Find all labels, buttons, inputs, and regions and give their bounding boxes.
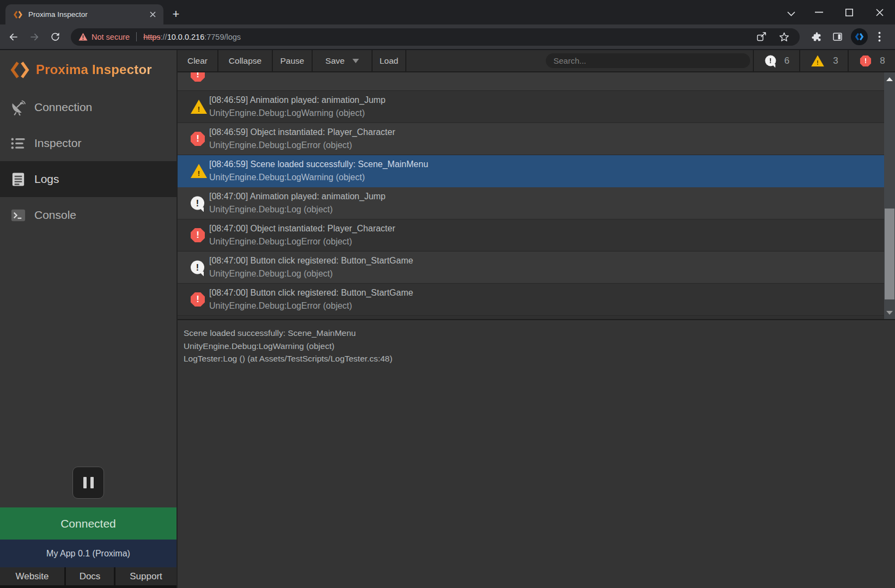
logs-panel: Clear Collapse Pause Save Load 6 3 <box>176 50 895 588</box>
tab-title: Proxima Inspector <box>28 10 147 19</box>
error-filter-badge[interactable]: 8 <box>848 50 895 71</box>
info-count: 6 <box>784 56 789 66</box>
search-input[interactable] <box>546 53 750 68</box>
log-trace: UnityEngine.Debug:LogWarning (object) <box>209 171 884 183</box>
url-divider <box>136 32 137 41</box>
sidebar-item-connection[interactable]: Connection <box>0 89 176 125</box>
page-content: Proxima Inspector Connection <box>0 50 895 588</box>
log-message: [08:47:00] Button click registered: Butt… <box>209 254 884 267</box>
url-port-path: :7759/logs <box>204 33 241 41</box>
log-trace: UnityEngine.Debug:LogError (object) <box>209 235 884 248</box>
minimize-icon[interactable] <box>803 0 834 24</box>
close-icon[interactable] <box>864 0 895 24</box>
favicon-proxima-icon <box>13 10 23 20</box>
warning-filter-badge[interactable]: 3 <box>799 50 848 71</box>
detail-line: UnityEngine.Debug:LogWarning (object) <box>184 340 887 353</box>
bookmark-star-icon[interactable] <box>776 29 792 45</box>
warning-count: 3 <box>833 56 838 66</box>
clear-button[interactable]: Clear <box>178 50 218 71</box>
detail-line: Scene loaded successfully: Scene_MainMen… <box>184 327 887 340</box>
chevron-down-icon[interactable] <box>352 59 359 63</box>
error-icon <box>860 55 872 66</box>
load-button[interactable]: Load <box>373 50 406 71</box>
reload-icon[interactable] <box>46 28 64 46</box>
app-title: Proxima Inspector <box>36 62 152 77</box>
back-icon[interactable] <box>4 28 23 46</box>
pause-button[interactable]: Pause <box>273 50 313 71</box>
log-row[interactable]: UnityEngine.Debug:LogError (object) <box>178 72 884 91</box>
collapse-button[interactable]: Collapse <box>218 50 273 71</box>
log-rows: UnityEngine.Debug:LogError (object) [08:… <box>178 72 884 316</box>
terminal-icon <box>10 207 27 224</box>
url-separator: :// <box>161 33 167 41</box>
log-row[interactable]: [08:46:59] Object instantiated: Player_C… <box>178 123 884 155</box>
log-row[interactable]: [08:46:59] Animation played: animation_J… <box>178 91 884 123</box>
browser-tab[interactable]: Proxima Inspector <box>5 4 163 24</box>
log-trace: UnityEngine.Debug:LogWarning (object) <box>209 107 884 119</box>
menu-dots-icon[interactable] <box>870 28 888 46</box>
log-row[interactable]: [08:46:59] Scene loaded successfully: Sc… <box>178 155 884 187</box>
log-level-icon <box>191 164 207 178</box>
app-info-label: My App 0.1 (Proxima) <box>46 549 130 559</box>
tab-search-chevron-icon[interactable] <box>778 3 803 24</box>
log-row[interactable]: [08:47:00] Button click registered: Butt… <box>178 252 884 284</box>
document-icon <box>10 171 27 188</box>
log-level-icon <box>191 100 207 114</box>
log-row[interactable]: [08:47:00] Button click registered: Butt… <box>178 284 884 316</box>
log-level-icon <box>191 72 205 82</box>
save-button[interactable]: Save <box>313 50 373 71</box>
footer-link-docs[interactable]: Docs <box>66 567 114 585</box>
url-bar[interactable]: Not secure https://10.0.0.216:7759/logs <box>71 28 800 46</box>
sidebar-item-console[interactable]: Console <box>0 197 176 233</box>
extensions-puzzle-icon[interactable] <box>807 28 826 46</box>
log-trace: UnityEngine.Debug:LogError (object) <box>209 299 884 312</box>
sidebar-item-label: Console <box>34 209 76 222</box>
sidebar-spacer <box>0 233 176 467</box>
log-message: [08:47:00] Object instantiated: Player_C… <box>209 222 884 235</box>
tab-strip: Proxima Inspector + <box>0 0 895 24</box>
new-tab-button[interactable]: + <box>168 6 184 22</box>
error-count: 8 <box>880 56 885 66</box>
app-logo: Proxima Inspector <box>0 50 176 89</box>
logs-toolbar: Clear Collapse Pause Save Load 6 3 <box>178 50 895 72</box>
sidebar-item-label: Logs <box>34 173 59 186</box>
scrollbar-thumb[interactable] <box>885 209 894 299</box>
url-text: https://10.0.0.216:7759/logs <box>143 33 241 41</box>
save-button-label: Save <box>325 56 344 66</box>
sidebar-item-label: Inspector <box>34 137 81 150</box>
share-icon[interactable] <box>753 29 769 45</box>
log-level-icon <box>191 261 204 274</box>
pause-stream-button[interactable] <box>72 467 104 499</box>
scroll-down-icon[interactable] <box>884 308 895 317</box>
connection-status-label: Connected <box>60 517 116 530</box>
profile-avatar[interactable] <box>851 28 868 45</box>
log-message: [08:46:59] Animation played: animation_J… <box>209 94 884 107</box>
maximize-icon[interactable] <box>834 0 864 24</box>
forward-icon[interactable] <box>25 28 44 46</box>
scroll-up-icon[interactable] <box>884 75 895 83</box>
footer-link-support[interactable]: Support <box>115 567 176 585</box>
connection-status-banner: Connected <box>0 507 176 540</box>
sidebar-item-logs[interactable]: Logs <box>0 161 176 197</box>
sidebar-item-inspector[interactable]: Inspector <box>0 125 176 161</box>
address-bar: Not secure https://10.0.0.216:7759/logs <box>0 24 895 50</box>
browser-window: Proxima Inspector + <box>0 0 895 588</box>
satellite-dish-icon <box>10 99 27 116</box>
log-row[interactable]: [08:47:00] Object instantiated: Player_C… <box>178 219 884 252</box>
log-row[interactable]: [08:47:00] Animation played: animation_J… <box>178 187 884 219</box>
info-icon <box>765 56 776 66</box>
detail-line: LogTester:Log () (at Assets/TestScripts/… <box>184 352 887 365</box>
pause-icon <box>83 477 94 488</box>
scrollbar[interactable] <box>884 72 895 319</box>
log-list: UnityEngine.Debug:LogError (object) [08:… <box>178 72 895 320</box>
log-detail-pane: Scene loaded successfully: Scene_MainMen… <box>178 320 895 588</box>
tab-close-icon[interactable] <box>147 9 158 20</box>
not-secure-icon <box>78 33 88 41</box>
side-panel-icon[interactable] <box>828 28 847 46</box>
log-message: [08:47:00] Button click registered: Butt… <box>209 286 884 299</box>
footer-link-website[interactable]: Website <box>0 567 64 585</box>
log-level-icon <box>191 228 205 242</box>
not-secure-label: Not secure <box>92 33 130 41</box>
url-scheme: https <box>143 33 160 41</box>
info-filter-badge[interactable]: 6 <box>753 50 799 71</box>
